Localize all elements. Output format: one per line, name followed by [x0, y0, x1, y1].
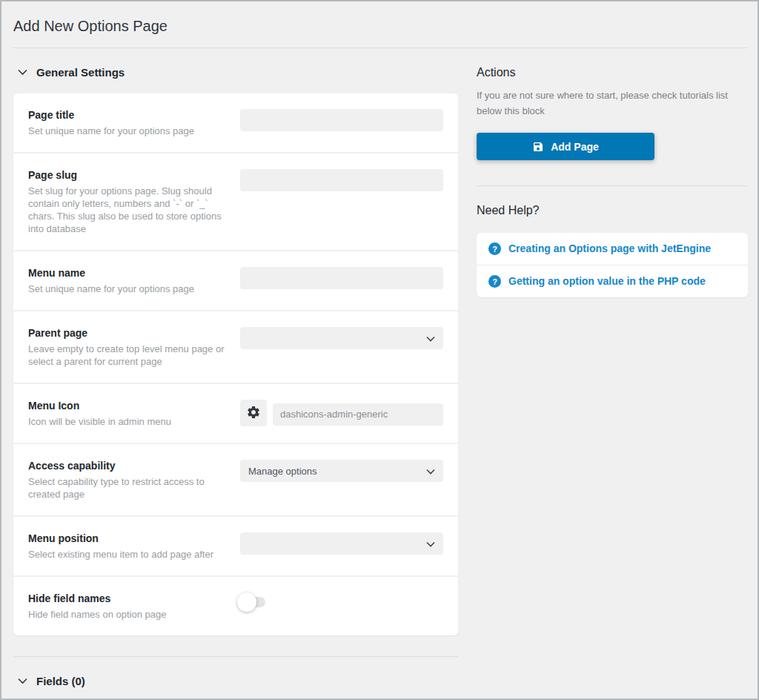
field-label: Parent page [28, 327, 227, 340]
add-page-button[interactable]: Add Page [477, 133, 654, 160]
field-description: Set unique name for your options page [28, 283, 227, 295]
menu-icon-input[interactable] [273, 403, 443, 426]
hide-field-names-toggle[interactable] [240, 597, 265, 607]
help-link-options-page[interactable]: Creating an Options page with JetEngine [508, 242, 711, 255]
setting-row-hide-field-names: Hide field names Hide field names on opt… [13, 577, 458, 635]
gear-icon [246, 405, 261, 422]
select-value: Manage options [248, 466, 317, 477]
help-link-row[interactable]: ? Getting an option value in the PHP cod… [477, 265, 748, 297]
chevron-down-icon [426, 538, 435, 549]
general-settings-card: Page title Set unique name for your opti… [13, 93, 458, 635]
field-label: Hide field names [28, 592, 227, 605]
sidebar-column: Actions If you are not sure where to sta… [477, 48, 748, 297]
question-mark-circle-icon: ? [488, 275, 501, 288]
need-help-title: Need Help? [477, 186, 748, 219]
field-label: Access capability [28, 460, 227, 472]
field-label: Menu name [28, 267, 227, 280]
field-label: Page title [28, 109, 227, 122]
parent-page-select[interactable] [240, 327, 443, 349]
help-links-card: ? Creating an Options page with JetEngin… [477, 233, 748, 297]
field-description: Set slug for your options page. Slug sho… [28, 185, 227, 235]
toggle-knob [237, 592, 256, 612]
field-description: Leave empty to create top level menu pag… [28, 343, 227, 368]
field-label: Menu Icon [28, 400, 227, 412]
field-description: Hide field names on option page [28, 608, 227, 621]
page-title-input[interactable] [240, 109, 443, 131]
chevron-down-icon [18, 678, 27, 684]
help-link-option-value-php[interactable]: Getting an option value in the PHP code [508, 275, 706, 288]
help-link-row[interactable]: ? Creating an Options page with JetEngin… [477, 233, 748, 265]
setting-row-menu-icon: Menu Icon Icon will be visible in admin … [13, 384, 458, 444]
save-icon [532, 141, 544, 153]
field-description: Select existing menu item to add page af… [28, 548, 227, 561]
setting-row-page-title: Page title Set unique name for your opti… [13, 93, 458, 153]
actions-title: Actions [477, 48, 748, 81]
setting-row-access-capability: Access capability Select capability type… [13, 444, 458, 517]
field-description: Icon will be visible in admin menu [28, 415, 227, 428]
general-settings-section-toggle[interactable]: General Settings [13, 48, 458, 93]
actions-description: If you are not sure where to start, plea… [477, 88, 748, 119]
question-mark-circle-icon: ? [488, 242, 501, 255]
fields-section-title: Fields (0) [36, 675, 85, 687]
field-description: Set unique name for your options page [28, 125, 227, 137]
access-capability-select[interactable]: Manage options [240, 460, 443, 482]
chevron-down-icon [426, 466, 435, 477]
field-label: Menu position [28, 532, 227, 545]
page-container: Add New Options Page General Settings Pa… [1, 1, 758, 700]
chevron-down-icon [426, 333, 435, 344]
add-page-button-label: Add Page [551, 141, 599, 153]
chevron-down-icon [18, 69, 27, 76]
fields-section-toggle[interactable]: Fields (0) [13, 657, 458, 700]
setting-row-menu-position: Menu position Select existing menu item … [13, 517, 458, 577]
menu-position-select[interactable] [240, 532, 443, 555]
page-slug-input[interactable] [240, 169, 443, 191]
setting-row-parent-page: Parent page Leave empty to create top le… [13, 311, 458, 384]
field-description: Select capability type to restrict acces… [28, 475, 227, 501]
setting-row-menu-name: Menu name Set unique name for your optio… [13, 251, 458, 311]
setting-row-page-slug: Page slug Set slug for your options page… [13, 153, 458, 251]
icon-picker-button[interactable] [240, 400, 267, 426]
general-settings-title: General Settings [36, 66, 125, 79]
field-label: Page slug [28, 169, 227, 182]
page-title: Add New Options Page [13, 16, 747, 36]
main-column: General Settings Page title Set unique n… [13, 48, 458, 700]
menu-name-input[interactable] [240, 267, 443, 289]
